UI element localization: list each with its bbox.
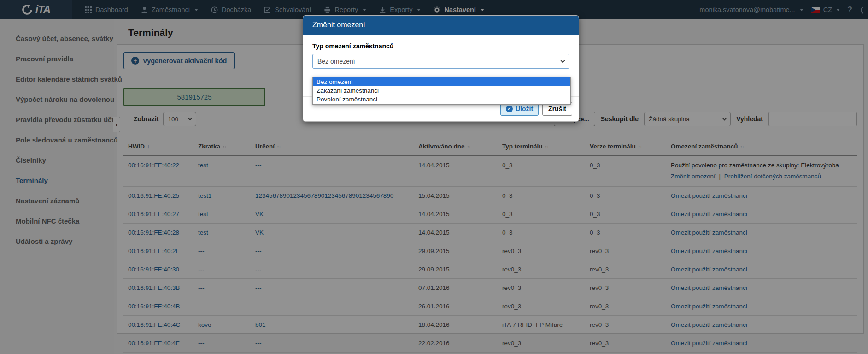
chevron-down-icon [561,58,565,63]
dropdown-option[interactable]: Zakázání zaměstnanci [313,86,570,95]
restriction-type-value: Bez omezení [317,58,355,65]
restriction-type-select[interactable]: Bez omezení [312,54,569,69]
restriction-type-dropdown: Bez omezeníZakázání zaměstnanciPovolení … [312,77,571,105]
dropdown-option[interactable]: Bez omezení [313,77,570,86]
check-circle-icon: ✓ [506,106,513,112]
dropdown-option[interactable]: Povolení zaměstnanci [313,95,570,104]
save-button-label: Uložit [516,105,533,112]
change-restriction-modal: Změnit omezení Typ omezení zaměstnanců B… [303,15,579,122]
modal-body: Typ omezení zaměstnanců Bez omezení Bez … [303,35,579,96]
restriction-type-label: Typ omezení zaměstnanců [312,42,569,50]
modal-title: Změnit omezení [303,16,579,35]
